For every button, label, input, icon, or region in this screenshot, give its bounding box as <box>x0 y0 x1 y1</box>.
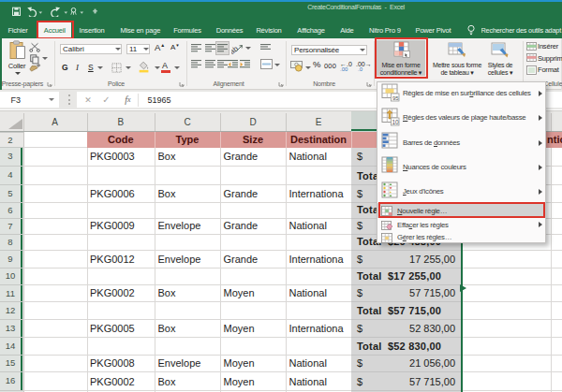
svg-text:10: 10 <box>392 118 400 124</box>
svg-text:95: 95 <box>392 95 399 101</box>
